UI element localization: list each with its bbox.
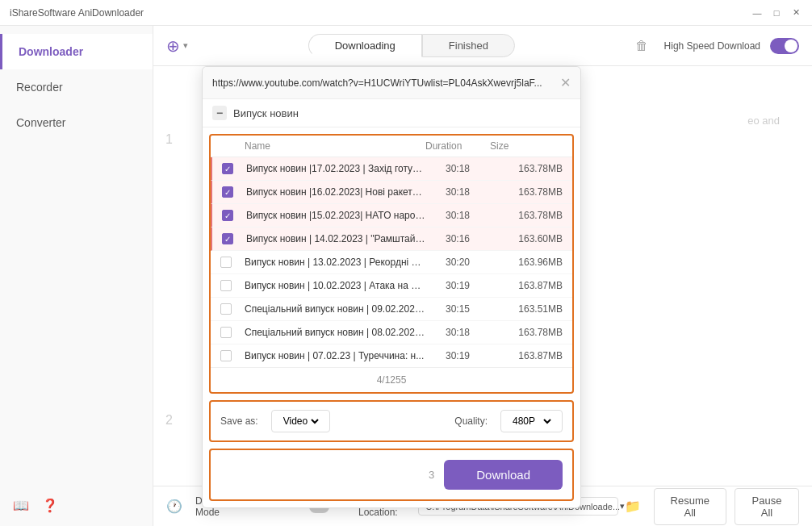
table-header: Name Duration Size <box>211 136 572 157</box>
row-size: 163.60MB <box>490 233 563 244</box>
folder-icon[interactable]: 📁 <box>625 499 641 514</box>
sidebar-footer: 📖 ❓ <box>0 485 153 526</box>
row-name: Випуск новин | 10.02.2023 | Атака на Ук.… <box>245 280 425 291</box>
top-bar: ⊕ ▾ Downloading Finished 🗑 High Speed Do… <box>153 26 812 66</box>
row-size: 163.78MB <box>490 186 563 198</box>
content-area: ⊕ ▾ Downloading Finished 🗑 High Speed Do… <box>153 26 812 526</box>
table-row: ✓Випуск новин | 14.02.2023 | "Рамштайн".… <box>211 228 572 251</box>
resume-all-button[interactable]: Resume All <box>654 488 726 525</box>
row-size: 163.51MB <box>490 303 563 315</box>
save-as-label: Save as: <box>220 415 258 427</box>
format-dropdown[interactable]: VideoAudioMP4MP3 <box>271 410 330 432</box>
download-button[interactable]: Download <box>444 460 563 490</box>
quality-label: Quality: <box>454 415 488 427</box>
pause-all-button[interactable]: Pause All <box>735 488 799 525</box>
table-row: Спеціальний випуск новин | 09.02.2023 ..… <box>211 298 572 321</box>
table-row: ✓Випуск новин |15.02.2023| НАТО нарост..… <box>211 204 572 228</box>
row-name: Випуск новин | 13.02.2023 | Рекордні вт.… <box>245 257 425 268</box>
sidebar-item-converter[interactable]: Converter <box>0 105 153 140</box>
size-header: Size <box>490 140 563 152</box>
row-name: Випуск новин |17.02.2023 | Захід готует.… <box>246 163 425 174</box>
save-quality-row: Save as: VideoAudioMP4MP3 Quality: 480P7… <box>209 400 574 442</box>
table-row: Випуск новин | 10.02.2023 | Атака на Ук.… <box>211 274 572 298</box>
row-checkbox[interactable]: ✓ <box>222 210 233 221</box>
row-duration: 30:18 <box>425 210 490 221</box>
row-duration: 30:19 <box>425 350 490 361</box>
book-icon[interactable]: 📖 <box>13 498 29 513</box>
table-row: Випуск новин | 07.02.23 | Туреччина: н..… <box>211 344 572 367</box>
row-checkbox[interactable]: ✓ <box>222 186 233 198</box>
tab-group: Downloading Finished <box>198 34 626 57</box>
row-checkbox[interactable] <box>220 350 232 361</box>
quality-dropdown[interactable]: 480P720P1080P360P <box>500 410 563 432</box>
pagination: 4/1255 <box>211 367 572 392</box>
tab-finished[interactable]: Finished <box>422 34 515 57</box>
tab-downloading[interactable]: Downloading <box>308 34 422 57</box>
row-size: 163.78MB <box>490 210 563 221</box>
row-duration: 30:18 <box>425 327 490 338</box>
title-bar: iShareSoftware AniDownloader — □ ✕ <box>0 0 812 26</box>
close-button[interactable]: ✕ <box>789 6 802 19</box>
step3-label: 3 <box>429 469 434 481</box>
clock-icon: 🕐 <box>166 499 182 514</box>
right-actions: Resume All Pause All <box>654 488 799 525</box>
row-checkbox[interactable] <box>220 257 232 268</box>
high-speed-label: High Speed Download <box>664 40 760 52</box>
playlist-header: − Випуск новин <box>203 99 580 127</box>
step1-number: 1 <box>165 132 173 147</box>
sidebar-item-downloader[interactable]: Downloader <box>0 34 153 69</box>
name-header: Name <box>245 140 425 152</box>
download-area: 3 Download <box>209 449 574 501</box>
page-content: eo and https://www.youtube.com/watch?v=H… <box>153 66 812 486</box>
row-duration: 30:18 <box>425 163 490 174</box>
app-title: iShareSoftware AniDownloader <box>10 7 144 19</box>
add-icon: ⊕ <box>166 36 180 56</box>
bg-text: eo and <box>747 115 780 127</box>
sidebar-converter-label: Converter <box>16 116 65 129</box>
row-size: 163.87MB <box>490 280 563 291</box>
close-panel-icon[interactable]: ✕ <box>560 75 571 90</box>
row-checkbox[interactable] <box>220 303 232 315</box>
maximize-button[interactable]: □ <box>770 6 783 19</box>
minimize-button[interactable]: — <box>751 6 764 19</box>
row-name: Спеціальний випуск новин | 08.02.2023 ..… <box>245 327 425 338</box>
checkbox-header-col <box>220 140 245 152</box>
row-name: Випуск новин |15.02.2023| НАТО нарост... <box>246 210 425 221</box>
url-panel: https://www.youtube.com/watch?v=H1UCWriY… <box>202 66 581 508</box>
row-checkbox[interactable] <box>220 280 232 291</box>
delete-icon[interactable]: 🗑 <box>635 39 648 53</box>
table-row: Спеціальний випуск новин | 08.02.2023 ..… <box>211 321 572 344</box>
add-button[interactable]: ⊕ ▾ <box>166 36 188 56</box>
table-row: Випуск новин | 13.02.2023 | Рекордні вт.… <box>211 251 572 274</box>
collapse-icon[interactable]: − <box>212 106 227 120</box>
row-duration: 30:20 <box>425 257 490 268</box>
high-speed-toggle[interactable] <box>770 38 799 54</box>
sidebar-recorder-label: Recorder <box>16 81 63 94</box>
row-size: 163.87MB <box>490 350 563 361</box>
row-checkbox[interactable]: ✓ <box>222 233 233 244</box>
sidebar-item-recorder[interactable]: Recorder <box>0 69 153 105</box>
row-name: Випуск новин |16.02.2023| Нові ракетні .… <box>246 186 425 198</box>
sidebar: Downloader Recorder Converter 📖 ❓ <box>0 26 153 526</box>
duration-header: Duration <box>425 140 490 152</box>
format-select[interactable]: VideoAudioMP4MP3 <box>280 415 321 428</box>
quality-select[interactable]: 480P720P1080P360P <box>509 415 554 428</box>
url-text: https://www.youtube.com/watch?v=H1UCWriY… <box>212 77 554 89</box>
table-row: ✓Випуск новин |16.02.2023| Нові ракетні … <box>211 181 572 204</box>
row-size: 163.78MB <box>490 163 563 174</box>
chevron-down-icon: ▾ <box>183 40 188 51</box>
main-layout: Downloader Recorder Converter 📖 ❓ ⊕ ▾ <box>0 26 812 526</box>
row-size: 163.78MB <box>490 327 563 338</box>
row-checkbox[interactable]: ✓ <box>222 163 233 174</box>
help-icon[interactable]: ❓ <box>42 498 58 513</box>
app-window: iShareSoftware AniDownloader — □ ✕ Downl… <box>0 0 812 526</box>
row-checkbox[interactable] <box>220 327 232 338</box>
row-name: Спеціальний випуск новин | 09.02.2023 ..… <box>245 303 425 315</box>
row-duration: 30:15 <box>425 303 490 315</box>
table-body: ✓Випуск новин |17.02.2023 | Захід готует… <box>211 157 572 367</box>
url-bar: https://www.youtube.com/watch?v=H1UCWriY… <box>203 67 580 99</box>
row-duration: 30:16 <box>425 233 490 244</box>
playlist-title: Випуск новин <box>233 107 299 119</box>
step2-number: 2 <box>165 413 173 428</box>
row-size: 163.96MB <box>490 257 563 268</box>
